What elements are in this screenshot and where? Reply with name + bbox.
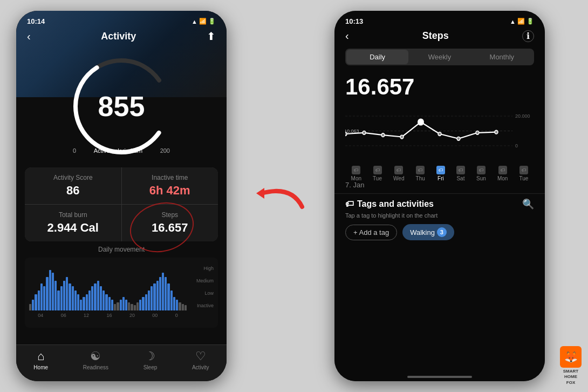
- time-labels: 04 06 12 16 20 00 0: [29, 313, 214, 318]
- activity-title: Activity: [101, 31, 136, 42]
- left-status-bar: 10:14 ▲📶🔋: [16, 11, 227, 28]
- time-00: 00: [152, 313, 158, 318]
- inactive-time-label: Inactive time: [131, 174, 210, 181]
- day-mon-1: 🏷 Mon: [351, 166, 361, 181]
- chart-label-medium: Medium: [196, 278, 214, 283]
- time-0: 0: [175, 313, 178, 318]
- line-chart-wrapper: 20.000 0 10.063: [345, 104, 534, 164]
- tab-daily[interactable]: Daily: [346, 50, 408, 64]
- bar-53: [179, 302, 181, 310]
- bar-33: [122, 297, 125, 310]
- time-12: 12: [84, 313, 89, 318]
- right-back-icon[interactable]: ‹: [345, 30, 349, 42]
- day-sun: 🏷 Sun: [476, 166, 486, 181]
- day-tue: 🏷 Tue: [373, 166, 382, 181]
- tags-header: 🏷 Tags and activities 🔍: [345, 198, 534, 210]
- chart-label-low: Low: [204, 290, 214, 296]
- home-label: Home: [33, 364, 48, 370]
- bar-15: [72, 286, 74, 310]
- bar-9: [54, 281, 57, 310]
- right-time: 10:13: [345, 17, 363, 25]
- nav-sleep[interactable]: ☽ Sleep: [143, 349, 158, 370]
- time-04: 04: [38, 313, 43, 318]
- day-thu: 🏷 Thu: [416, 166, 425, 181]
- right-top-nav: ‹ Steps ℹ: [334, 28, 545, 46]
- day-tag-wed: 🏷: [394, 166, 403, 174]
- walking-tag[interactable]: Walking 3: [402, 224, 454, 240]
- bar-43: [151, 286, 153, 310]
- bar-18: [80, 300, 82, 310]
- left-screen: 10:14 ▲📶🔋 ‹ Activity ⬆: [16, 11, 227, 381]
- bar-13: [66, 277, 68, 311]
- readiness-label: Readiness: [83, 364, 108, 370]
- add-tag-button[interactable]: + Add a tag: [345, 225, 397, 240]
- chart-label-high: High: [203, 266, 214, 271]
- watermark-text: SMART HOME FOX: [563, 369, 578, 386]
- svg-point-16: [457, 137, 460, 141]
- bar-36: [131, 304, 133, 311]
- tag-icon: 🏷: [345, 199, 354, 209]
- back-icon[interactable]: ‹: [27, 30, 31, 43]
- big-steps-display: 16.657: [334, 72, 545, 104]
- nav-home[interactable]: ⌂ Home: [33, 349, 48, 370]
- steps-title: Steps: [422, 30, 449, 42]
- line-chart-svg: 20.000 0 10.063: [345, 104, 534, 164]
- svg-text:20.000: 20.000: [515, 113, 530, 119]
- day-tag-tue2: 🏷: [519, 166, 528, 174]
- time-16: 16: [106, 313, 112, 318]
- tab-monthly[interactable]: Monthly: [471, 50, 533, 64]
- total-burn-label: Total burn: [33, 211, 113, 219]
- home-icon: ⌂: [37, 349, 44, 363]
- svg-point-15: [438, 132, 441, 136]
- bar-42: [148, 290, 150, 311]
- walking-count: 3: [437, 227, 447, 237]
- bar-34: [125, 300, 127, 310]
- bar-40: [142, 297, 144, 310]
- bar-47: [162, 273, 164, 310]
- bar-17: [77, 294, 79, 310]
- svg-point-13: [400, 135, 404, 139]
- day-fri: 🏷 Fri: [436, 166, 445, 181]
- bar-38: [136, 302, 139, 310]
- bar-50: [170, 290, 173, 311]
- bar-14: [69, 283, 71, 310]
- arrow-svg: [254, 174, 307, 218]
- left-phone: 10:14 ▲📶🔋 ‹ Activity ⬆: [16, 11, 227, 381]
- nav-activity[interactable]: ♡ Activity: [192, 349, 209, 370]
- left-time: 10:14: [27, 17, 45, 25]
- bar-4: [40, 283, 43, 310]
- bar-21: [88, 290, 91, 311]
- total-burn-cell: Total burn 2.944 Cal: [25, 205, 121, 241]
- day-tag-mon1: 🏷: [352, 166, 360, 174]
- period-tabs: Daily Weekly Monthly: [345, 49, 534, 65]
- bar-23: [94, 283, 96, 310]
- walking-label: Walking: [410, 228, 435, 236]
- bar-44: [153, 283, 155, 310]
- inactive-time-value: 6h 42m: [131, 184, 210, 198]
- bar-39: [139, 300, 141, 310]
- bar-8: [52, 273, 54, 310]
- gauge-section: 855 0 Active calorie burn 200: [16, 47, 227, 163]
- home-bar-right: [407, 376, 472, 378]
- svg-marker-3: [256, 188, 264, 199]
- left-status-icons: ▲📶🔋: [192, 18, 216, 25]
- svg-point-17: [476, 131, 479, 135]
- bar-27: [105, 294, 107, 310]
- bar-29: [111, 300, 113, 310]
- watermark: 🦊 SMART HOME FOX: [560, 346, 582, 386]
- svg-point-12: [381, 133, 385, 137]
- bar-chart-section: High Medium Low Inactive 04 06 12 16 20 …: [25, 258, 218, 328]
- day-tag-sat: 🏷: [456, 166, 465, 174]
- svg-point-18: [495, 130, 498, 134]
- bar-32: [120, 300, 122, 310]
- tab-weekly[interactable]: Weekly: [408, 50, 470, 64]
- search-icon[interactable]: 🔍: [522, 198, 534, 210]
- tags-row: + Add a tag Walking 3: [345, 224, 534, 240]
- svg-text:0: 0: [515, 143, 518, 149]
- info-icon[interactable]: ℹ: [522, 30, 534, 42]
- activity-score-label: Activity Score: [33, 174, 113, 181]
- bar-1: [32, 300, 34, 310]
- tags-title: 🏷 Tags and activities: [345, 199, 434, 209]
- nav-readiness[interactable]: ☯ Readiness: [83, 349, 108, 370]
- share-icon[interactable]: ⬆: [207, 30, 216, 43]
